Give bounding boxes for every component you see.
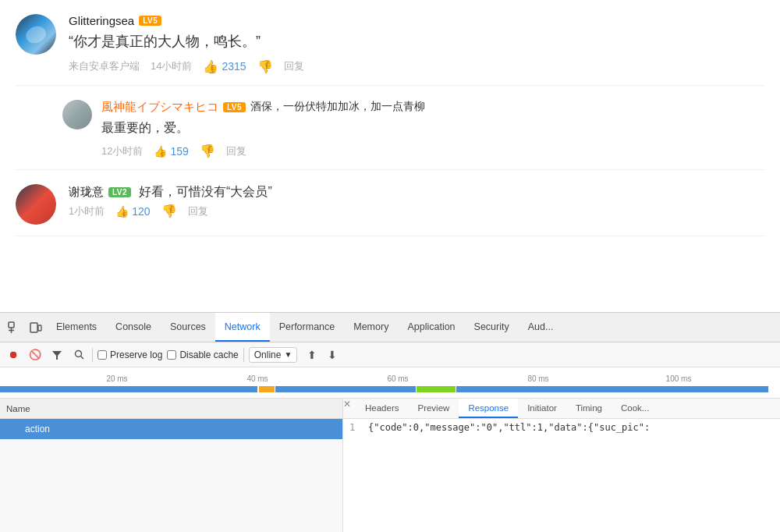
file-name-action: action	[25, 424, 50, 434]
import-har-button[interactable]: ⬆	[303, 346, 321, 364]
response-tab-cookies[interactable]: Cook...	[612, 399, 658, 418]
comment-content-1: Glitteringsea LV5 “你才是真正的大人物，鸣长。” 来自安卓客户…	[69, 14, 764, 74]
comment-text-1: “你才是真正的大人物，鸣长。”	[69, 30, 764, 53]
like-button-2[interactable]: 👍 120	[115, 205, 150, 218]
svg-rect-3	[30, 323, 37, 332]
avatar-2	[16, 184, 56, 225]
response-tab-headers[interactable]: Headers	[356, 399, 408, 418]
preserve-log-label: Preserve log	[110, 349, 162, 360]
like-button-1[interactable]: 👍 2315	[203, 59, 246, 74]
svg-point-6	[75, 351, 81, 357]
timeline-area: 20 ms 40 ms 60 ms 80 ms 100 ms	[0, 367, 780, 399]
level-badge-1: LV5	[139, 16, 161, 26]
ruler-mark-20ms: 20 ms	[106, 374, 127, 383]
response-tab-response[interactable]: Response	[459, 399, 518, 418]
close-response-panel-button[interactable]: ✕	[343, 399, 351, 418]
like-count-2: 120	[132, 205, 150, 218]
social-content-area: Glitteringsea LV5 “你才是真正的大人物，鸣长。” 来自安卓客户…	[0, 0, 780, 314]
dislike-button-1[interactable]: 👎	[257, 59, 273, 74]
reply-dislike-1[interactable]: 👎	[200, 144, 215, 158]
svg-rect-4	[38, 325, 41, 331]
username-1: Glitteringsea	[69, 14, 134, 27]
preserve-log-input[interactable]	[98, 350, 107, 360]
comment-meta-1: 来自安卓客户端 14小时前 👍 2315 👎 回复	[69, 59, 764, 74]
response-panel: ✕ Headers Preview Response Initiator Tim…	[343, 399, 780, 532]
comment-time-2: 1小时前	[69, 204, 105, 218]
reply-block-1: 風神龍イブシマキヒコ LV5 酒保，一份伏特加加冰，加一点青柳 最重要的，爱。 …	[16, 86, 764, 171]
waterfall-bar-green	[417, 386, 456, 392]
toolbar-separator-2	[243, 348, 244, 362]
like-count-1: 2315	[222, 60, 246, 73]
timeline-ruler: 20 ms 40 ms 60 ms 80 ms 100 ms	[0, 367, 780, 383]
online-select[interactable]: Online ▼	[249, 347, 298, 363]
ruler-mark-100ms: 100 ms	[666, 374, 692, 383]
ruler-mark-80ms: 80 ms	[527, 374, 548, 383]
tab-network[interactable]: Network	[215, 313, 270, 342]
reply-username-1: 風神龍イブシマキヒコ	[101, 100, 218, 115]
tab-elements[interactable]: Elements	[47, 313, 106, 342]
filter-icon[interactable]	[48, 346, 66, 364]
file-list-header: Name	[0, 399, 342, 419]
reply-time-1: 12小时前	[101, 144, 143, 158]
avatar-1	[16, 14, 56, 55]
name-column-header: Name	[6, 404, 30, 413]
record-button[interactable]: ⏺	[5, 346, 22, 364]
reply-like-1[interactable]: 👍 159	[154, 145, 188, 158]
response-content: 1 {"code":0,"message":"0","ttl":1,"data"…	[343, 419, 780, 532]
dislike-button-2[interactable]: 👎	[161, 204, 177, 218]
thumbs-up-icon-reply-1: 👍	[154, 145, 167, 158]
comment-meta-2: 1小时前 👍 120 👎 回复	[69, 204, 764, 218]
tab-sources[interactable]: Sources	[161, 313, 215, 342]
tab-application[interactable]: Application	[398, 313, 464, 342]
response-tabs: ✕ Headers Preview Response Initiator Tim…	[343, 399, 780, 419]
toolbar-separator-1	[92, 348, 93, 362]
level-badge-2: LV2	[108, 187, 131, 197]
tab-performance[interactable]: Performance	[270, 313, 345, 342]
search-icon[interactable]	[70, 346, 87, 364]
reply-button-1[interactable]: 回复	[284, 59, 304, 73]
responsive-mode-icon[interactable]	[25, 317, 47, 339]
ruler-mark-60ms: 60 ms	[387, 374, 408, 383]
avatar-reply-1	[62, 100, 92, 129]
devtools-body: Name action ✕ Headers Preview Response	[0, 399, 780, 532]
reply-like-count-1: 159	[170, 145, 188, 158]
waterfall-bar-blue	[0, 386, 257, 392]
ruler-mark-40ms: 40 ms	[246, 374, 268, 383]
devtools-tabs: Elements Console Sources Network Perform…	[47, 313, 777, 342]
file-list-item-action[interactable]: action	[0, 419, 342, 439]
disable-cache-input[interactable]	[167, 350, 176, 360]
devtools-panel: Elements Console Sources Network Perform…	[0, 312, 780, 532]
reply-meta-1: 12小时前 👍 159 👎 回复	[101, 144, 764, 158]
clear-button[interactable]: 🚫	[27, 346, 44, 364]
tab-audits[interactable]: Aud...	[519, 313, 563, 342]
tab-memory[interactable]: Memory	[344, 313, 398, 342]
svg-marker-5	[52, 351, 62, 360]
svg-rect-0	[9, 322, 14, 328]
response-tab-initiator[interactable]: Initiator	[518, 399, 566, 418]
svg-line-7	[80, 356, 83, 360]
comment-text-inline-2: 好看，可惜没有“大会员”	[139, 184, 272, 200]
response-tab-timing[interactable]: Timing	[566, 399, 612, 418]
waterfall-bar-blue-2	[275, 386, 416, 392]
tab-console[interactable]: Console	[106, 313, 161, 342]
reply-reply-button-1[interactable]: 回复	[226, 144, 246, 158]
disable-cache-checkbox[interactable]: Disable cache	[167, 349, 238, 360]
tab-security[interactable]: Security	[465, 313, 519, 342]
response-tab-preview[interactable]: Preview	[408, 399, 459, 418]
export-har-button[interactable]: ⬇	[324, 346, 341, 364]
thumbs-up-icon-2: 👍	[115, 205, 129, 218]
json-line-1: 1 {"code":0,"message":"0","ttl":1,"data"…	[349, 422, 774, 433]
preserve-log-checkbox[interactable]: Preserve log	[98, 349, 162, 360]
waterfall-bar-blue-3	[456, 386, 768, 392]
reply-button-2[interactable]: 回复	[188, 204, 208, 218]
reply-username-row-1: 風神龍イブシマキヒコ LV5 酒保，一份伏特加加冰，加一点青柳	[101, 100, 764, 115]
comment-block-2: 谢珑意 LV2 好看，可惜没有“大会员” 1小时前 👍 120 👎 回复	[16, 170, 764, 236]
username-2: 谢珑意	[69, 185, 104, 200]
inspect-element-icon[interactable]	[3, 317, 25, 339]
chevron-down-icon: ▼	[284, 350, 292, 359]
waterfall-bar-orange	[259, 386, 275, 392]
network-toolbar: ⏺ 🚫 Preserve log Disable cache Online ▼	[0, 342, 780, 367]
json-line-number-1: 1	[349, 422, 362, 433]
disable-cache-label: Disable cache	[179, 349, 238, 360]
import-export-buttons: ⬆ ⬇	[303, 346, 341, 364]
